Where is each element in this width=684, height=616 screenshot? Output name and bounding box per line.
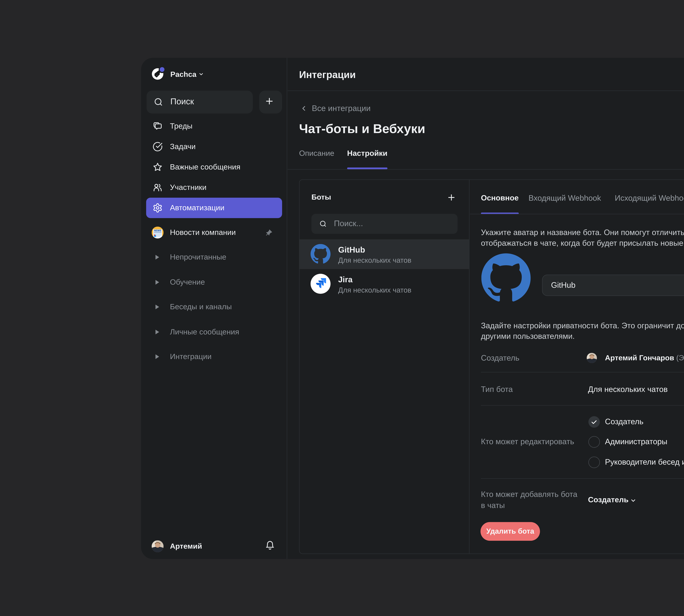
svg-text:NEWS: NEWS xyxy=(154,229,161,232)
